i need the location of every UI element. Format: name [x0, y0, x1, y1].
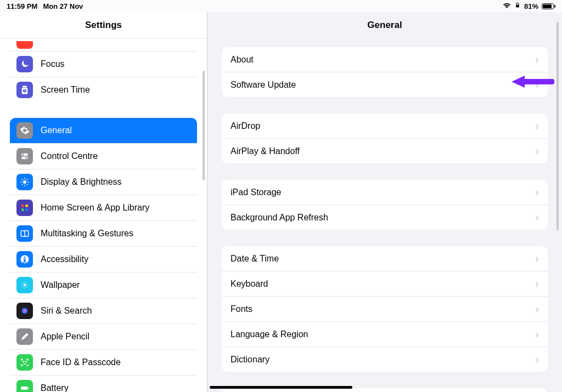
svg-rect-18 [25, 208, 28, 211]
detail-item-airdrop[interactable]: AirDrop› [222, 113, 548, 138]
faceid-icon [16, 354, 33, 371]
sidebar-item-label: Wallpaper [41, 280, 80, 290]
sidebar-item-control-centre[interactable]: Control Centre [10, 143, 197, 169]
svg-line-13 [22, 184, 23, 185]
sidebar-item-label: Apple Pencil [41, 332, 89, 342]
home-screen-icon [16, 200, 33, 216]
battery-icon [542, 3, 555, 9]
svg-rect-16 [25, 204, 28, 207]
detail-item-dictionary[interactable]: Dictionary› [222, 346, 548, 372]
svg-point-22 [24, 257, 26, 258]
chevron-right-icon: › [535, 328, 539, 340]
wallpaper-icon [16, 277, 33, 293]
detail-group: About›Software Update› [222, 47, 548, 97]
settings-sidebar: Settings FocusScreen TimeGeneralControl … [0, 12, 207, 392]
detail-scrollbar[interactable] [557, 22, 559, 230]
detail-item-date-time[interactable]: Date & Time› [222, 246, 548, 271]
sidebar-item-label: Multitasking & Gestures [41, 229, 133, 238]
svg-line-11 [22, 179, 23, 180]
screen-time-icon [16, 82, 33, 98]
status-time: 11:59 PM [7, 2, 37, 10]
focus-icon [16, 56, 33, 72]
multitasking-icon [16, 225, 33, 242]
sidebar-item-general[interactable]: General [10, 118, 197, 143]
sidebar-item-partial[interactable] [10, 39, 197, 51]
annotation-arrow [512, 76, 554, 88]
svg-point-26 [26, 361, 27, 362]
control-centre-icon [16, 148, 33, 164]
sidebar-item-focus[interactable]: Focus [10, 51, 197, 77]
svg-line-12 [27, 184, 28, 185]
chevron-right-icon: › [535, 252, 539, 265]
sidebar-item-faceid[interactable]: Face ID & Passcode [10, 349, 197, 375]
detail-item-ipad-storage[interactable]: iPad Storage› [222, 180, 548, 204]
sidebar-item-display[interactable]: Display & Brightness [10, 169, 197, 195]
detail-item-label: Keyboard [231, 279, 268, 289]
chevron-right-icon: › [535, 120, 539, 132]
chevron-right-icon: › [535, 353, 539, 366]
chevron-right-icon: › [535, 145, 539, 157]
detail-item-label: Date & Time [231, 254, 279, 264]
svg-rect-0 [516, 5, 519, 8]
sidebar-item-screen-time[interactable]: Screen Time [10, 77, 197, 103]
home-indicator[interactable] [210, 386, 352, 389]
detail-item-label: Software Update [231, 80, 296, 90]
svg-rect-28 [28, 388, 29, 389]
sidebar-item-label: Screen Time [41, 85, 90, 95]
pencil-icon [16, 328, 33, 345]
sidebar-item-accessibility[interactable]: Accessibility [10, 246, 197, 272]
sidebar-group: FocusScreen Time [10, 39, 197, 103]
sidebar-item-battery[interactable]: Battery [10, 375, 197, 392]
detail-item-language-region[interactable]: Language & Region› [222, 321, 548, 346]
sidebar-group: GeneralControl CentreDisplay & Brightnes… [10, 118, 197, 392]
detail-item-label: Background App Refresh [231, 213, 328, 223]
detail-item-label: iPad Storage [231, 188, 282, 197]
status-date: Mon 27 Nov [43, 2, 83, 10]
notifications-icon [16, 41, 33, 49]
sidebar-item-home-screen[interactable]: Home Screen & App Library [10, 195, 197, 220]
chevron-right-icon: › [535, 211, 539, 224]
detail-item-label: Dictionary [231, 355, 269, 365]
battery-percent: 81% [524, 2, 538, 10]
sidebar-item-siri[interactable]: Siri & Search [10, 298, 197, 323]
sidebar-item-label: Display & Brightness [41, 177, 122, 187]
sidebar-item-multitasking[interactable]: Multitasking & Gestures [10, 220, 197, 246]
status-bar: 11:59 PM Mon 27 Nov 81% [0, 0, 562, 12]
detail-pane: General About›Software Update›AirDrop›Ai… [207, 12, 562, 392]
chevron-right-icon: › [535, 303, 539, 315]
detail-group: AirDrop›AirPlay & Handoff› [222, 113, 548, 163]
siri-icon [16, 303, 33, 319]
svg-point-24 [21, 307, 29, 315]
sidebar-item-label: Control Centre [41, 151, 98, 161]
chevron-right-icon: › [535, 53, 539, 66]
detail-group: Date & Time›Keyboard›Fonts›Language & Re… [222, 246, 548, 372]
battery-icon [16, 380, 33, 392]
sidebar-item-label: Siri & Search [41, 306, 92, 316]
sidebar-item-label: Focus [41, 59, 65, 69]
detail-group: iPad Storage›Background App Refresh› [222, 180, 548, 230]
wifi-icon [503, 2, 511, 10]
detail-title: General [207, 20, 562, 31]
detail-item-label: About [231, 55, 254, 65]
sidebar-item-label: Accessibility [41, 254, 88, 264]
detail-item-about[interactable]: About› [222, 47, 548, 72]
svg-point-4 [23, 154, 24, 156]
sidebar-item-label: Face ID & Passcode [41, 357, 121, 367]
detail-item-vpn-device-management[interactable]: VPN & Device Management› [222, 388, 548, 392]
svg-rect-15 [21, 204, 24, 207]
sidebar-item-wallpaper[interactable]: Wallpaper [10, 272, 197, 298]
sidebar-item-pencil[interactable]: Apple Pencil [10, 323, 197, 349]
detail-item-background-app-refresh[interactable]: Background App Refresh› [222, 204, 548, 230]
display-icon [16, 174, 33, 190]
sidebar-scrollbar[interactable] [203, 71, 205, 180]
detail-item-software-update[interactable]: Software Update› [222, 72, 548, 97]
svg-rect-27 [21, 387, 27, 390]
svg-point-5 [26, 157, 27, 159]
detail-item-airplay-handoff[interactable]: AirPlay & Handoff› [222, 138, 548, 163]
detail-item-fonts[interactable]: Fonts› [222, 296, 548, 321]
detail-group: VPN & Device Management› [222, 388, 548, 392]
detail-item-keyboard[interactable]: Keyboard› [222, 271, 548, 296]
sidebar-item-label: Home Screen & App Library [41, 203, 149, 213]
svg-point-25 [23, 361, 24, 362]
detail-item-label: AirPlay & Handoff [231, 146, 300, 156]
